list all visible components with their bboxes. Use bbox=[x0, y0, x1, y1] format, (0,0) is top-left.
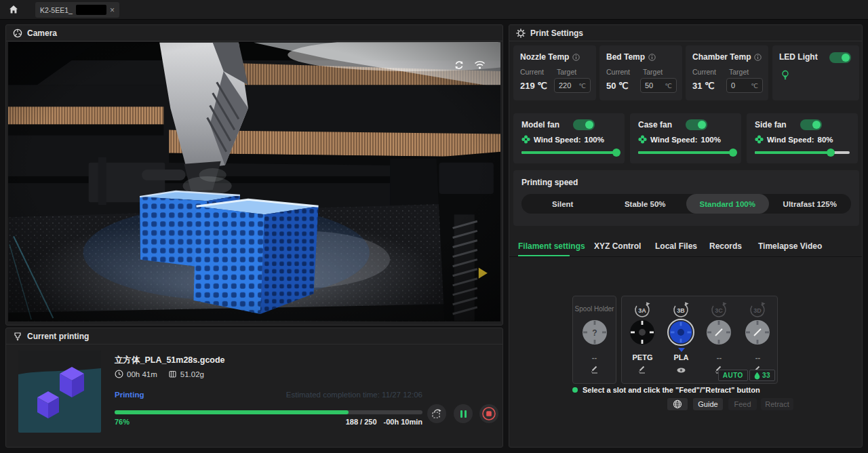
estimated-completion: Estimated completion time: 11/27 12:06 bbox=[286, 391, 422, 399]
case-fan-label: Case fan bbox=[638, 120, 672, 130]
stop-button[interactable] bbox=[479, 404, 498, 423]
camera-feed bbox=[8, 42, 500, 321]
side-fan-card: Side fan Wind Speed: 80% bbox=[747, 113, 858, 163]
top-bar: K2-5EE1_ × bbox=[0, 0, 868, 20]
slot-material: PLA bbox=[662, 353, 701, 361]
info-icon[interactable] bbox=[754, 54, 762, 61]
filament-slot-3a[interactable]: 3A PETG bbox=[623, 296, 662, 383]
model-fan-slider[interactable] bbox=[521, 151, 616, 154]
nozzle-target-input[interactable]: 220 ℃ bbox=[554, 78, 591, 93]
led-light-toggle[interactable] bbox=[829, 52, 851, 63]
spool-holder-label: Spool Holder bbox=[573, 305, 616, 313]
tab-filament-settings[interactable]: Filament settings bbox=[518, 241, 585, 251]
chamber-target-input[interactable]: 0 ℃ bbox=[726, 78, 763, 93]
speed-option-stable[interactable]: Stable 50% bbox=[604, 194, 687, 214]
slot-material: PETG bbox=[623, 353, 662, 361]
camera-feed-scene bbox=[8, 42, 500, 321]
tab-timelapse-video[interactable]: Timelapse Video bbox=[758, 241, 822, 251]
spool-holder-box: Spool Holder ? -- bbox=[572, 296, 616, 384]
bulb-icon bbox=[781, 70, 790, 83]
target-label: Target bbox=[643, 68, 663, 76]
skip-objects-button[interactable] bbox=[427, 404, 446, 423]
current-printing-title: Current printing bbox=[27, 332, 89, 341]
bed-temp-label: Bed Temp bbox=[606, 52, 645, 62]
info-icon[interactable] bbox=[572, 54, 580, 61]
speed-option-silent[interactable]: Silent bbox=[521, 194, 604, 214]
print-status: Printing bbox=[115, 391, 144, 399]
info-icon[interactable] bbox=[648, 54, 656, 61]
svg-text:3A: 3A bbox=[638, 307, 646, 314]
bed-target-value: 50 bbox=[645, 81, 653, 90]
printing-speed-card: Printing speed Silent Stable 50% Standar… bbox=[513, 170, 859, 226]
droplet-icon bbox=[754, 372, 760, 380]
current-label: Current bbox=[606, 68, 630, 76]
home-icon bbox=[8, 4, 19, 15]
speed-option-standard[interactable]: Standard 100% bbox=[686, 194, 769, 214]
print-settings-panel: Print Settings Nozzle Temp Current Targe… bbox=[509, 24, 863, 448]
tab-close-icon[interactable]: × bbox=[110, 6, 115, 14]
tab-title-redacted bbox=[76, 5, 106, 15]
bed-target-input[interactable]: 50 ℃ bbox=[640, 78, 677, 93]
humidity-badge: 33 bbox=[749, 370, 775, 381]
eye-icon[interactable] bbox=[676, 364, 686, 376]
humidity-value: 33 bbox=[762, 372, 770, 379]
printing-speed-segmented: Silent Stable 50% Standard 100% Ultrafas… bbox=[521, 194, 851, 214]
pause-button[interactable] bbox=[454, 404, 473, 423]
model-fan-card: Model fan Wind Speed: 100% bbox=[513, 113, 625, 163]
print-progress-stats: 188 / 250 -00h 10min bbox=[115, 418, 422, 426]
refresh-stream-icon[interactable] bbox=[454, 60, 465, 71]
camera-panel-title: Camera bbox=[27, 28, 57, 38]
print-settings-title: Print Settings bbox=[530, 28, 583, 38]
nozzle-target-value: 220 bbox=[559, 81, 571, 90]
tab-records[interactable]: Records bbox=[709, 241, 742, 251]
spool-holder-spool[interactable]: ? bbox=[581, 319, 608, 349]
slider-knob[interactable] bbox=[612, 149, 620, 157]
retract-button[interactable]: Retract bbox=[761, 398, 793, 410]
feed-button[interactable]: Feed bbox=[728, 398, 757, 410]
print-progress-bar bbox=[115, 410, 422, 414]
printer-tab-title: K2-5EE1_ bbox=[40, 6, 73, 14]
print-time: 00h 41m bbox=[127, 370, 157, 378]
svg-text:3B: 3B bbox=[677, 307, 685, 314]
print-thumbnail bbox=[18, 351, 101, 433]
print-progress-fill bbox=[115, 410, 349, 414]
spool-icon-empty[interactable] bbox=[744, 319, 771, 349]
tab-local-files[interactable]: Local Files bbox=[655, 241, 697, 251]
chamber-temp-label: Chamber Temp bbox=[692, 52, 751, 62]
filament-weight-icon bbox=[168, 370, 177, 378]
chamber-target-unit: ℃ bbox=[751, 82, 758, 90]
settings-tabs: Filament settings XYZ Control Local File… bbox=[509, 237, 862, 257]
wind-speed-label: Wind Speed: bbox=[767, 136, 814, 144]
edit-icon[interactable] bbox=[590, 364, 599, 376]
nozzle-temp-label: Nozzle Temp bbox=[520, 52, 569, 62]
led-light-card: LED Light bbox=[772, 45, 859, 100]
chamber-target-value: 0 bbox=[731, 81, 735, 90]
tab-xyz-control[interactable]: XYZ Control bbox=[594, 241, 641, 251]
stop-icon bbox=[481, 406, 496, 421]
printer-tab[interactable]: K2-5EE1_ × bbox=[35, 2, 119, 18]
wind-speed-label: Wind Speed: bbox=[534, 136, 581, 144]
home-button[interactable] bbox=[7, 3, 20, 16]
slider-knob[interactable] bbox=[827, 149, 835, 157]
skip-objects-icon bbox=[431, 408, 442, 419]
network-button[interactable] bbox=[667, 398, 688, 410]
speed-option-ultrafast[interactable]: Ultrafast 125% bbox=[769, 194, 852, 214]
camera-icon bbox=[13, 28, 22, 38]
spool-icon-empty[interactable] bbox=[705, 319, 732, 349]
side-fan-toggle[interactable] bbox=[800, 119, 822, 130]
spool-icon-petg[interactable] bbox=[629, 319, 656, 349]
print-file-name: 立方体_PLA_51m28s.gcode bbox=[115, 355, 225, 366]
guide-button[interactable]: Guide bbox=[693, 398, 723, 410]
model-fan-toggle[interactable] bbox=[573, 119, 595, 130]
slider-knob[interactable] bbox=[729, 149, 737, 157]
slot-material: -- bbox=[700, 353, 738, 361]
case-fan-toggle[interactable] bbox=[686, 119, 707, 130]
pause-icon bbox=[460, 410, 467, 418]
filament-slot-3b[interactable]: 3B PLA bbox=[662, 296, 701, 383]
nozzle-temp-card: Nozzle Temp Current Target 219 ℃ 220 ℃ bbox=[513, 45, 596, 100]
printing-speed-label: Printing speed bbox=[521, 178, 578, 187]
case-fan-slider[interactable] bbox=[638, 151, 733, 154]
edit-icon[interactable] bbox=[637, 364, 647, 376]
side-fan-slider[interactable] bbox=[755, 151, 850, 154]
spool-icon-pla[interactable] bbox=[667, 319, 694, 349]
